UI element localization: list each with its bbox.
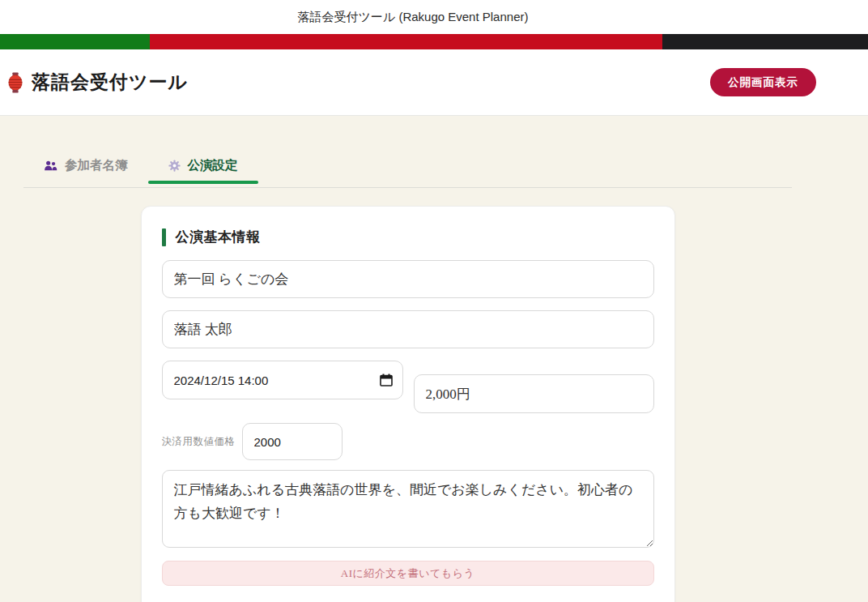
ai-generate-button[interactable]: AIに紹介文を書いてもらう: [162, 561, 654, 586]
numeric-price-label: 決済用数値価格: [162, 435, 236, 449]
main-area: 参加者名簿 公演設定 公演基: [0, 116, 868, 602]
tab-bar: 参加者名簿 公演設定: [23, 150, 792, 188]
performance-settings-card: 公演基本情報 2024/12/15 14:00 決済用数値価格: [141, 206, 675, 602]
datetime-value: 2024/12/15 14:00: [174, 374, 380, 387]
tab-participants[interactable]: 参加者名簿: [23, 150, 148, 184]
section-accent-bar: [162, 228, 166, 246]
app-header: 落語会受付ツール 公開画面表示: [0, 49, 868, 116]
gear-icon: [168, 160, 181, 172]
stripe-black-segment: [662, 34, 868, 49]
section-title: 公演基本情報: [176, 228, 261, 246]
tab-participants-label: 参加者名簿: [65, 157, 128, 174]
public-view-button[interactable]: 公開画面表示: [710, 68, 816, 96]
section-header: 公演基本情報: [162, 228, 654, 246]
calendar-icon[interactable]: [380, 374, 393, 386]
window-titlebar: 落語会受付ツール (Rakugo Event Planner): [0, 0, 868, 34]
window-title: 落語会受付ツール (Rakugo Event Planner): [298, 10, 529, 25]
performer-name-input[interactable]: [162, 310, 654, 348]
tab-settings[interactable]: 公演設定: [148, 150, 258, 184]
numeric-price-row: 決済用数値価格: [162, 423, 654, 460]
description-textarea[interactable]: 江戸情緒あふれる古典落語の世界を、間近でお楽しみください。初心者の方も大歓迎です…: [162, 470, 654, 548]
page-title: 落語会受付ツール: [32, 70, 188, 95]
stripe-green-segment: [0, 34, 150, 49]
stripe-red-segment: [150, 34, 662, 49]
app-brand: 落語会受付ツール: [8, 70, 188, 95]
red-lantern-icon: [8, 72, 23, 93]
event-name-input[interactable]: [162, 260, 654, 298]
brand-stripe: [0, 34, 868, 49]
event-datetime-input[interactable]: 2024/12/15 14:00: [162, 361, 403, 399]
people-icon: [44, 160, 57, 171]
price-display-input[interactable]: [414, 374, 654, 413]
numeric-price-input[interactable]: [242, 423, 343, 460]
content-container: 参加者名簿 公演設定 公演基: [23, 116, 792, 602]
datetime-price-row: 2024/12/15 14:00: [162, 361, 654, 413]
tab-settings-label: 公演設定: [188, 157, 238, 174]
